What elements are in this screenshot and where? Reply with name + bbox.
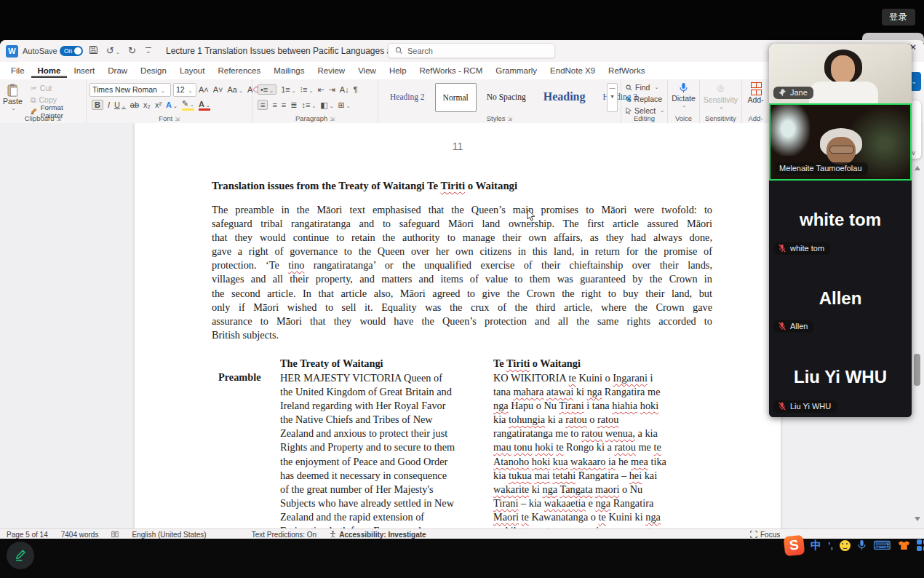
tab-draw[interactable]: Draw (101, 63, 134, 78)
participant-tile-liu-yi-whu[interactable]: Liu Yi WHU Liu Yi WHU (769, 337, 912, 417)
ime-skin-icon[interactable] (898, 540, 910, 550)
tab-references[interactable]: References (211, 63, 267, 78)
ribbon-group-editing: Find⌄ ⇆ Replace Select⌄ Editing (621, 79, 668, 123)
tab-insert[interactable]: Insert (67, 63, 101, 78)
participant-tile-white-tom[interactable]: white tom white tom (769, 181, 912, 259)
ime-emoji-icon[interactable] (840, 540, 851, 551)
voice-group-label: Voice (668, 114, 699, 122)
addins-group-label: Add- (742, 114, 769, 122)
font-dialog-launcher[interactable]: ⇲ (175, 116, 180, 122)
change-case-icon[interactable]: Aa⌄ (228, 85, 243, 94)
autosave-toggle[interactable]: On (60, 46, 83, 56)
style-normal[interactable]: Normal (435, 83, 477, 112)
tab-layout[interactable]: Layout (173, 63, 212, 78)
sort-icon[interactable]: A↓ (340, 85, 349, 94)
accessibility-status[interactable]: Accessibility: Investigate (323, 531, 433, 539)
highlight-color-icon[interactable]: ✎⌄ (182, 99, 194, 111)
strikethrough-button[interactable]: ab (130, 100, 139, 109)
multilevel-list-icon[interactable]: ⁝≡⌄ (300, 85, 314, 95)
underline-button[interactable]: U⌄ (114, 100, 126, 109)
bullets-icon[interactable]: •≡⌄ (258, 84, 276, 95)
font-color-icon[interactable]: A⌄ (199, 100, 210, 111)
focus-button[interactable]: Focus (744, 531, 786, 539)
justify-icon[interactable]: ≣ (290, 100, 297, 110)
increase-indent-icon[interactable]: ⇥ (329, 85, 335, 95)
dictate-button[interactable]: Dictate ⌄ (668, 79, 699, 108)
tab-help[interactable]: Help (383, 63, 413, 78)
borders-icon[interactable]: ⊞⌄ (338, 100, 351, 110)
page-indicator[interactable]: Page 5 of 14 (0, 531, 55, 539)
addins-button[interactable]: Add- (742, 79, 769, 104)
styles-dialog-launcher[interactable]: ⇲ (508, 116, 513, 122)
ime-chinese-mode-icon[interactable]: 中 (811, 539, 821, 553)
proofing-icon[interactable] (105, 531, 125, 538)
cut-button[interactable]: ✂ Cut (31, 82, 86, 94)
bold-button[interactable]: B (92, 100, 103, 110)
style-heading-2[interactable]: Heading 2 (383, 83, 432, 111)
find-button[interactable]: Find⌄ (621, 82, 667, 93)
tab-refworks-rcm[interactable]: RefWorks - RCM (413, 63, 490, 78)
style-heading[interactable]: Heading (536, 83, 593, 111)
autosave-toggle-knob (74, 47, 81, 55)
qat-customize-icon[interactable]: ⌄ (146, 47, 151, 55)
ime-voice-icon[interactable] (857, 539, 867, 551)
subscript-button[interactable]: x₂ (143, 100, 151, 109)
undo-icon[interactable]: ↺⌄ (106, 45, 120, 56)
ime-toolbox-icon[interactable] (917, 539, 924, 551)
clipboard-dialog-launcher[interactable]: ⇲ (56, 116, 61, 122)
superscript-button[interactable]: x² (155, 100, 162, 109)
shrink-font-icon[interactable]: A˅ (213, 85, 223, 94)
tab-file[interactable]: File (4, 63, 31, 78)
paragraph-line: safeguard tribal rangatiratanga and to s… (212, 217, 712, 231)
language-indicator[interactable]: English (United States) (125, 531, 212, 539)
paragraph-line: gave a right of governance to the Queen … (212, 245, 712, 258)
login-button[interactable]: 登录 (882, 9, 915, 25)
paste-button[interactable]: Paste⌄ (3, 81, 23, 111)
tab-grammarly[interactable]: Grammarly (489, 63, 543, 78)
align-center-icon[interactable]: ≡ (272, 100, 276, 109)
text-predictions[interactable]: Text Predictions: On (245, 531, 323, 539)
font-size-combo[interactable]: 12 ⌄ (173, 83, 196, 97)
search-input[interactable]: Search (388, 43, 555, 58)
replace-button[interactable]: ⇆ Replace (621, 93, 667, 105)
annotate-button[interactable] (7, 542, 34, 569)
ime-punctuation-icon[interactable]: ’, (828, 540, 833, 551)
document-page[interactable]: 11 Translation issues from the Treaty of… (135, 123, 781, 528)
tab-design[interactable]: Design (134, 63, 173, 78)
word-count[interactable]: 7404 words (55, 531, 105, 539)
show-formatting-icon[interactable]: ¶ (354, 85, 358, 94)
word-app-icon[interactable]: W (6, 45, 18, 58)
style-no-spacing[interactable]: No Spacing (479, 83, 533, 111)
mic-muted-icon (778, 244, 786, 253)
italic-button[interactable]: I (108, 100, 110, 109)
grow-font-icon[interactable]: A˄ (199, 85, 209, 94)
line-spacing-icon[interactable]: ↕≡⌄ (301, 100, 316, 109)
tab-endnote-x9[interactable]: EndNote X9 (543, 63, 602, 78)
styles-more-button[interactable]: —▾ (607, 83, 618, 112)
decrease-indent-icon[interactable]: ⇤ (317, 85, 324, 95)
tab-mailings[interactable]: Mailings (267, 63, 311, 78)
shading-icon[interactable]: ◧⌄ (320, 100, 333, 110)
participant-video-melenaite[interactable]: Melenaite Taumoefolau (769, 103, 912, 181)
redo-icon[interactable]: ↻ (128, 45, 136, 56)
ime-keyboard-icon[interactable]: ⌨ (873, 538, 891, 553)
participant-tile-allen[interactable]: Allen Allen (769, 259, 912, 337)
align-left-icon[interactable]: ≡ (258, 100, 268, 110)
tab-review[interactable]: Review (311, 63, 351, 78)
participant-video-jane[interactable]: Jane (769, 44, 912, 103)
dictate-label: Dictate (672, 94, 696, 103)
ime-logo[interactable]: S (784, 534, 805, 556)
paragraph-dialog-launcher[interactable]: ⇲ (330, 116, 335, 122)
tab-home[interactable]: Home (31, 63, 68, 78)
text-effects-icon[interactable]: A⌄ (166, 100, 178, 109)
align-right-icon[interactable]: ≡ (282, 100, 286, 109)
scroll-up-arrow[interactable] (915, 166, 920, 170)
save-icon[interactable] (89, 45, 98, 57)
styles-group-label: Styles⇲ (378, 114, 621, 122)
numbering-icon[interactable]: 1≡⌄ (281, 85, 295, 94)
scroll-down-arrow[interactable] (915, 517, 920, 521)
font-family-combo[interactable]: Times New Roman ⌄ (89, 83, 171, 97)
scrollbar-thumb[interactable] (914, 354, 920, 386)
tab-refworks[interactable]: RefWorks (602, 63, 651, 78)
tab-view[interactable]: View (351, 63, 383, 78)
